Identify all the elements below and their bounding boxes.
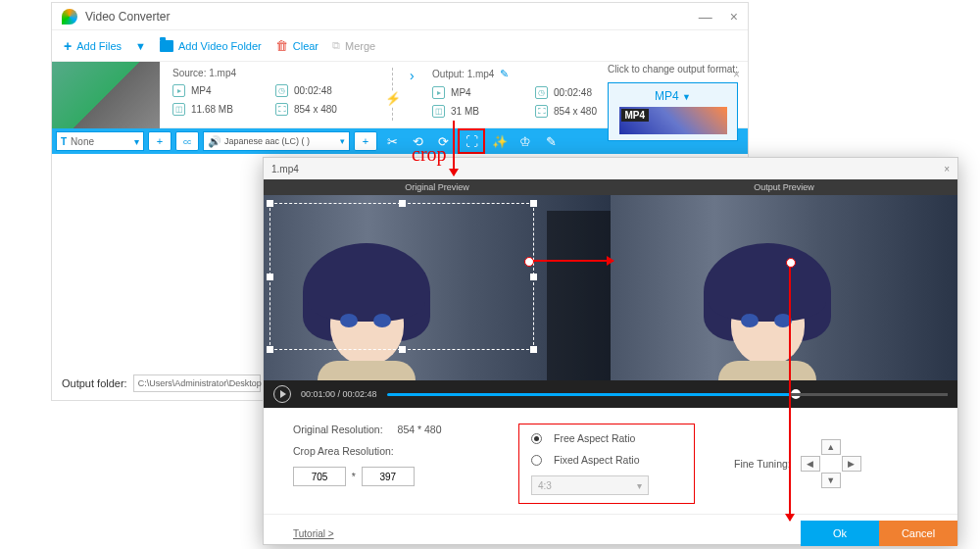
cc-button[interactable]: cc [175,131,199,151]
main-toolbar: +Add Files ▼ Add Video Folder 🗑Clear ⧉Me… [52,30,748,62]
fine-tune-dpad: ▲ ◀▶ ▼ [801,439,861,488]
nudge-down-button[interactable]: ▼ [821,473,841,488]
resolution-icon: ⛶ [535,105,548,118]
fixed-aspect-radio[interactable]: Fixed Aspect Ratio [531,454,676,466]
add-folder-button[interactable]: Add Video Folder [160,40,262,52]
resolution-icon: ⛶ [275,103,288,116]
chevron-down-icon[interactable]: ▼ [135,40,146,52]
format-thumbnail: MP4 [619,107,727,134]
app-title: Video Converter [85,10,171,24]
cancel-button[interactable]: Cancel [879,521,957,546]
progress-handle[interactable] [791,389,801,399]
video-thumbnail[interactable] [52,62,160,128]
crop-dialog: 1.mp4 × Original Preview Output Preview … [263,157,958,545]
minimize-icon[interactable]: — [699,9,712,25]
nudge-up-button[interactable]: ▲ [821,439,841,455]
output-folder-input[interactable]: C:\Users\Administrator\Desktop [133,374,261,392]
format-icon: ▸ [432,86,445,99]
crop-handle[interactable] [530,200,537,207]
nudge-left-button[interactable]: ◀ [801,456,820,472]
radio-icon [531,433,542,444]
crop-handle[interactable] [399,200,406,207]
audio-select[interactable]: 🔊Japanese aac (LC) ( )▾ [203,131,350,151]
crop-handle[interactable] [399,346,406,353]
arrow-right-icon: › [410,68,415,83]
bolt-icon: ⚡ [385,91,401,106]
merge-icon: ⧉ [332,39,340,52]
trash-icon: 🗑 [275,38,288,53]
add-subtitle-button[interactable]: + [148,131,172,151]
radio-icon [531,455,542,466]
crop-handle[interactable] [267,274,273,280]
format-selector[interactable]: MP4 ▼ MP4 [608,82,738,141]
subtitle-icon[interactable]: ✎ [540,130,562,152]
watermark-icon[interactable]: ♔ [514,130,536,152]
speaker-icon: 🔊 [208,135,221,148]
output-preview: Output Preview [611,179,957,380]
dialog-titlebar: 1.mp4 × [264,158,957,179]
format-sidebar: Click to change output format: MP4 ▼ MP4 [608,64,738,141]
edit-icon[interactable]: ✎ [500,68,509,79]
free-aspect-radio[interactable]: Free Aspect Ratio [531,432,676,444]
aspect-ratio-group: Free Aspect Ratio Fixed Aspect Ratio 4:3… [518,424,695,504]
subtitle-select[interactable]: TNone▾ [56,131,144,151]
crop-height-input[interactable] [362,467,415,486]
merge-button[interactable]: ⧉Merge [332,39,375,52]
player-bar: 00:01:00 / 00:02:48 [264,380,957,408]
plus-icon: + [64,38,72,54]
format-label: Click to change output format: [608,64,738,75]
output-folder-label: Output folder: [62,377,127,389]
tutorial-link[interactable]: Tutorial > [293,528,334,539]
close-icon[interactable]: × [730,9,738,25]
output-label: Output: 1.mp4 [432,69,494,79]
volume-icon[interactable]: ⟲ [407,130,428,152]
add-audio-button[interactable]: + [354,131,377,151]
trim-icon[interactable]: ✂ [381,130,403,152]
crop-width-input[interactable] [293,467,346,486]
clock-icon: ◷ [275,84,288,97]
source-label: Source: 1.mp4 [172,68,378,78]
crop-selection[interactable] [270,203,534,350]
disk-icon: ◫ [172,103,185,116]
original-preview[interactable]: Original Preview [264,179,611,380]
disk-icon: ◫ [432,105,445,118]
titlebar: Video Converter — × [52,3,748,30]
folder-icon [160,40,173,52]
ok-button[interactable]: Ok [801,521,879,546]
rotate-icon[interactable]: ⟳ [432,130,454,152]
progress-slider[interactable] [387,393,948,396]
close-icon[interactable]: × [944,164,950,175]
add-files-button[interactable]: +Add Files [64,38,122,54]
clear-button[interactable]: 🗑Clear [275,38,318,53]
nudge-right-button[interactable]: ▶ [842,456,861,472]
crop-handle[interactable] [267,200,273,207]
aspect-ratio-select[interactable]: 4:3▾ [531,475,649,495]
crop-handle[interactable] [530,346,537,353]
crop-handle[interactable] [267,346,273,353]
clock-icon: ◷ [535,86,548,99]
crop-handle[interactable] [530,274,537,280]
app-logo-icon [62,9,77,25]
crop-icon[interactable]: ⛶ [458,128,485,154]
format-icon: ▸ [172,84,185,97]
effects-icon[interactable]: ✨ [489,130,511,152]
play-button[interactable] [273,385,291,403]
